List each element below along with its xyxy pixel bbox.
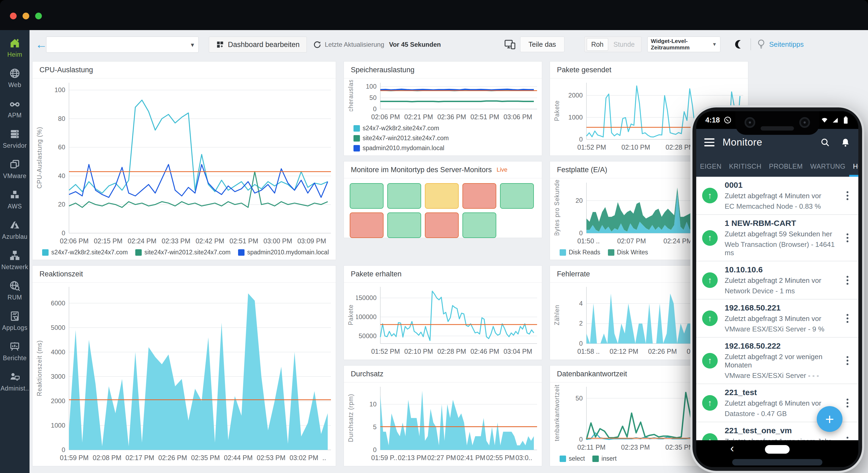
item-menu-kebab-icon[interactable] xyxy=(843,233,851,242)
y-axis-label: Pakete xyxy=(552,80,562,142)
item-menu-kebab-icon[interactable] xyxy=(843,356,851,365)
maximize-window-button[interactable] xyxy=(35,12,42,19)
sidebar-item-netzwerk[interactable]: Netzwerk xyxy=(0,249,30,271)
legend-item: site24x7-win2012.site24x7.com xyxy=(135,249,230,256)
tab-problem[interactable]: PROBLEM xyxy=(765,156,807,177)
earpiece-speaker xyxy=(761,126,794,130)
sidebar-item-berichte[interactable]: Berichte xyxy=(0,341,30,362)
monitor-tile-down[interactable] xyxy=(350,212,383,238)
dashboard-select[interactable]: ▾ xyxy=(46,36,198,53)
sidebar-item-azurblau[interactable]: Azurblau xyxy=(0,219,30,240)
monitor-tile-up[interactable] xyxy=(500,183,534,209)
monitor-list-item[interactable]: ↑192.168.50.221Zuletzt abgefragt 3 Minut… xyxy=(696,299,858,337)
lightbulb-icon[interactable] xyxy=(757,39,766,50)
sidebar-item-heim[interactable]: Heim xyxy=(0,37,30,58)
item-menu-kebab-icon[interactable] xyxy=(843,398,851,408)
edit-dashboard-button[interactable]: Dashboard bearbeiten xyxy=(209,36,307,53)
share-button[interactable]: Teile das xyxy=(520,36,564,52)
sidebar-item-apm[interactable]: APM xyxy=(0,98,30,119)
svg-text:0: 0 xyxy=(62,446,65,452)
legend-item: Disk Writes xyxy=(608,249,648,256)
x-tick-label: 02:12 PM xyxy=(610,348,638,355)
monitor-tile-up[interactable] xyxy=(387,183,421,209)
sidebar-item-web[interactable]: Web xyxy=(0,67,30,89)
monitor-tile-down[interactable] xyxy=(425,212,459,238)
nav-home-button[interactable] xyxy=(765,445,789,454)
raw-toggle[interactable]: Roh xyxy=(587,38,608,51)
minimize-window-button[interactable] xyxy=(23,12,29,19)
sidebar-item-vmware[interactable]: VMware xyxy=(0,158,30,180)
tab-eigen[interactable]: EIGEN xyxy=(696,156,725,177)
sidebar-item-servidor[interactable]: Servidor xyxy=(0,128,30,149)
sidebar-item-aws[interactable]: AWS xyxy=(0,189,30,210)
monitor-list-item[interactable]: ↑192.168.50.222Zuletzt abgefragt 2 vor w… xyxy=(696,337,858,384)
svg-text:100: 100 xyxy=(366,83,377,90)
window-titlebar xyxy=(0,0,868,30)
monitor-tile-up[interactable] xyxy=(387,212,421,238)
close-window-button[interactable] xyxy=(10,12,17,19)
aws-cubes-icon xyxy=(9,189,21,201)
bell-icon[interactable] xyxy=(841,138,850,147)
tab-kritisch[interactable]: KRITISCH xyxy=(725,156,765,177)
monitor-detail: VMware ESX/ESXi Server - 9 % xyxy=(725,325,843,333)
monitor-list: ↑0001Zuletzt abgefragt 4 Minuten vorEC M… xyxy=(696,177,858,440)
svg-text:10: 10 xyxy=(369,401,377,408)
x-tick-label: 02:28 PM xyxy=(665,143,694,151)
devices-icon[interactable] xyxy=(504,39,516,50)
tab-hoch[interactable]: HOCH xyxy=(849,156,858,177)
sidebar-item-applogs[interactable]: AppLogs xyxy=(0,310,30,331)
x-tick-label: 03:04 PM xyxy=(503,348,532,355)
response-time-card: Reaktionszeit Reaktionszeit (ms)01000200… xyxy=(32,265,336,466)
page-tips-link[interactable]: Seitentipps xyxy=(769,40,804,49)
search-icon[interactable] xyxy=(820,138,830,147)
dashboard-toolbar: ← ▾ Dashboard bearbeiten Letzte Aktualis… xyxy=(30,30,868,60)
x-tick-label: 02:24 PM xyxy=(128,237,156,245)
monitor-list-item[interactable]: ↑10.10.10.6Zuletzt abgefragt 2 Minuten v… xyxy=(696,261,858,299)
tab-wartung[interactable]: WARTUNG xyxy=(807,156,849,177)
sidebar-item-rum[interactable]: RUM xyxy=(0,280,30,301)
x-axis-labels: 01:59 PM02:08 PM02:17 PM02:26 PM02:35 PM… xyxy=(34,452,333,463)
x-tick-label: 02:36 PM xyxy=(437,113,466,121)
sidebar-item-label: Heim xyxy=(7,51,22,58)
svg-text:0: 0 xyxy=(579,229,583,235)
hour-toggle[interactable]: Stunde xyxy=(609,38,639,51)
dark-mode-moon-icon[interactable] xyxy=(734,39,745,50)
item-menu-kebab-icon[interactable] xyxy=(843,437,851,441)
x-tick-label: 02:07 PM xyxy=(617,237,646,245)
chart-canvas: 020406080100 xyxy=(45,80,333,235)
svg-text:2: 2 xyxy=(579,320,583,327)
x-tick-label: 02:42 PM xyxy=(196,237,224,245)
legend-item: select xyxy=(560,455,585,462)
status-up-icon: ↑ xyxy=(702,311,718,326)
monitor-tile-trouble[interactable] xyxy=(425,183,459,209)
applogs-icon xyxy=(9,310,21,322)
item-menu-kebab-icon[interactable] xyxy=(843,314,851,323)
chart-legend: s24x7-w2k8r2.site24x7.comsite24x7-win201… xyxy=(345,122,539,153)
home-icon xyxy=(9,37,21,49)
monitor-tile-up[interactable] xyxy=(462,212,496,238)
monitor-list-item[interactable]: ↑1 NEW-RBM-CARTZuletzt abgefragt 59 Seku… xyxy=(696,215,858,261)
front-camera-icon xyxy=(799,117,810,128)
monitor-tile-down[interactable] xyxy=(462,183,496,209)
monitor-tile-up[interactable] xyxy=(350,183,383,209)
refresh-icon[interactable] xyxy=(313,40,321,49)
status-up-icon: ↑ xyxy=(702,395,718,411)
monitor-list-item[interactable]: ↑0001Zuletzt abgefragt 4 Minuten vorEC M… xyxy=(696,177,858,215)
item-menu-kebab-icon[interactable] xyxy=(843,191,851,200)
item-menu-kebab-icon[interactable] xyxy=(843,276,851,285)
back-arrow-icon[interactable]: ← xyxy=(35,38,47,51)
monitor-name: 0001 xyxy=(725,180,843,189)
legend-item: Disk Reads xyxy=(560,249,600,256)
y-axis-label: CPU-Auslastung (%) xyxy=(34,80,45,235)
svg-text:150000: 150000 xyxy=(356,294,377,301)
widget-level-period-select[interactable]: Widget-Level-Zeitraummmm ▼ xyxy=(647,36,720,52)
x-tick-label: 01:52 PM xyxy=(371,348,400,355)
nav-back-button[interactable]: ‹ xyxy=(730,442,734,455)
up-arrow-icon: ↑ xyxy=(708,233,712,243)
sidebar-item-administ[interactable]: Administ.. xyxy=(0,371,30,392)
monitor-name: 192.168.50.222 xyxy=(725,342,843,351)
x-tick-label: 03:0.. xyxy=(515,454,532,462)
add-monitor-fab[interactable]: + xyxy=(817,406,842,432)
menu-hamburger-icon[interactable] xyxy=(704,138,714,146)
gesture-handle[interactable] xyxy=(732,459,823,466)
